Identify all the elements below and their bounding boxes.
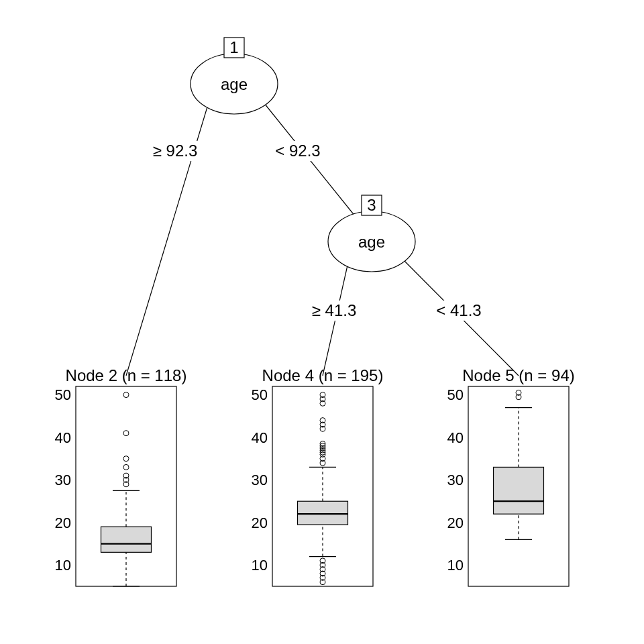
svg-text:10: 10 — [447, 557, 464, 574]
terminal-node-2-title: Node 2 (n = 118) — [66, 366, 187, 384]
terminal-node-5: Node 5 (n = 94) 10 20 30 40 50 — [447, 366, 575, 586]
inner-node-1-id: 1 — [229, 38, 238, 56]
svg-text:50: 50 — [447, 386, 464, 403]
svg-text:< 92.3: < 92.3 — [275, 142, 320, 160]
svg-rect-41 — [298, 501, 348, 525]
terminal-node-5-title: Node 5 (n = 94) — [462, 366, 574, 384]
terminal-node-4-title: Node 4 (n = 195) — [262, 366, 384, 384]
svg-text:20: 20 — [252, 515, 268, 531]
edge-label-1-left: ≥ 92.3 — [144, 141, 206, 161]
svg-text:40: 40 — [447, 429, 464, 446]
svg-text:≥ 41.3: ≥ 41.3 — [312, 301, 357, 319]
inner-node-3-id: 3 — [367, 196, 376, 214]
svg-text:30: 30 — [447, 472, 464, 488]
svg-text:40: 40 — [252, 429, 268, 446]
terminal-node-4: Node 4 (n = 195) 10 20 30 40 50 — [252, 366, 384, 586]
svg-text:20: 20 — [447, 515, 464, 531]
svg-rect-22 — [101, 527, 152, 552]
inner-node-1: age 1 — [191, 38, 278, 114]
svg-text:40: 40 — [55, 429, 71, 446]
inner-node-3-variable: age — [358, 233, 385, 251]
svg-text:50: 50 — [55, 386, 71, 403]
svg-text:10: 10 — [252, 557, 268, 574]
svg-text:≥ 92.3: ≥ 92.3 — [153, 142, 198, 160]
inner-node-1-variable: age — [221, 75, 248, 93]
svg-text:< 41.3: < 41.3 — [436, 301, 481, 319]
terminal-node-2: Node 2 (n = 118) 10 20 30 40 50 — [55, 366, 187, 586]
edge-1-to-2 — [126, 89, 213, 376]
decision-tree-diagram: ≥ 92.3 < 92.3 ≥ 41.3 < 41.3 age 1 age 3 … — [0, 0, 644, 644]
edge-label-3-left: ≥ 41.3 — [303, 301, 365, 321]
inner-node-3: age 3 — [328, 195, 415, 272]
terminal-node-5-axis: 10 20 30 40 50 — [447, 386, 464, 574]
svg-text:20: 20 — [55, 515, 71, 531]
svg-rect-73 — [494, 467, 544, 514]
svg-rect-12 — [76, 386, 176, 586]
terminal-node-4-axis: 10 20 30 40 50 — [252, 386, 268, 574]
svg-text:10: 10 — [55, 557, 71, 574]
svg-text:30: 30 — [55, 472, 71, 488]
svg-text:30: 30 — [252, 472, 268, 488]
svg-text:50: 50 — [252, 386, 268, 403]
edge-label-1-right: < 92.3 — [268, 141, 327, 161]
terminal-node-2-axis: 10 20 30 40 50 — [55, 386, 71, 574]
edge-label-3-right: < 41.3 — [429, 301, 488, 321]
